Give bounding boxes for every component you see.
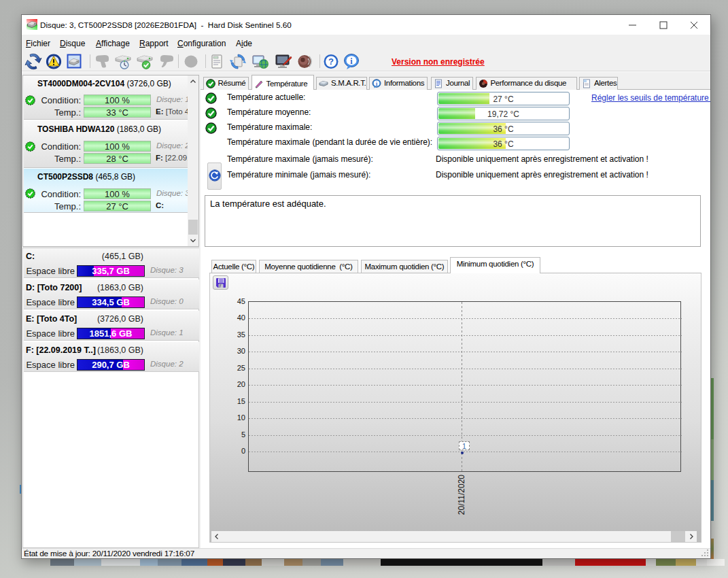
- svg-text:?: ?: [328, 56, 334, 67]
